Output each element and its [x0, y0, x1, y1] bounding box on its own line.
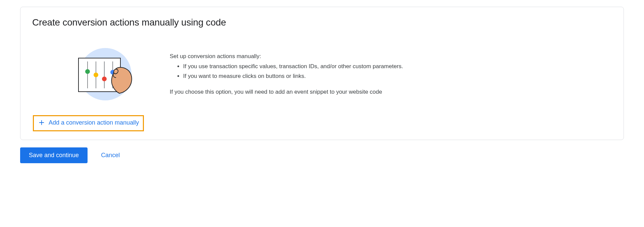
- plus-icon: [38, 119, 45, 126]
- bullet-item: If you use transaction specific values, …: [183, 62, 612, 72]
- content-row: Set up conversion actions manually: If y…: [32, 45, 612, 102]
- svg-point-8: [102, 77, 107, 81]
- note-text: If you choose this option, you will need…: [170, 89, 612, 95]
- svg-point-6: [85, 69, 90, 74]
- footer-button-row: Save and continue Cancel: [20, 147, 624, 163]
- add-action-highlight-box: Add a conversion action manually: [33, 115, 144, 131]
- illustration-column: [32, 45, 136, 102]
- bullet-item: If you want to measure clicks on buttons…: [183, 72, 612, 81]
- cancel-button[interactable]: Cancel: [101, 152, 120, 159]
- description-column: Set up conversion actions manually: If y…: [170, 45, 612, 95]
- save-and-continue-button[interactable]: Save and continue: [20, 147, 88, 163]
- intro-text: Set up conversion actions manually:: [170, 53, 612, 60]
- add-conversion-action-button[interactable]: Add a conversion action manually: [38, 119, 139, 126]
- bullet-list: If you use transaction specific values, …: [170, 62, 612, 81]
- manual-conversion-card: Create conversion actions manually using…: [20, 7, 624, 140]
- card-title: Create conversion actions manually using…: [32, 17, 612, 28]
- sliders-hand-illustration-icon: [72, 48, 136, 102]
- svg-point-7: [94, 73, 98, 77]
- add-action-label: Add a conversion action manually: [49, 119, 139, 126]
